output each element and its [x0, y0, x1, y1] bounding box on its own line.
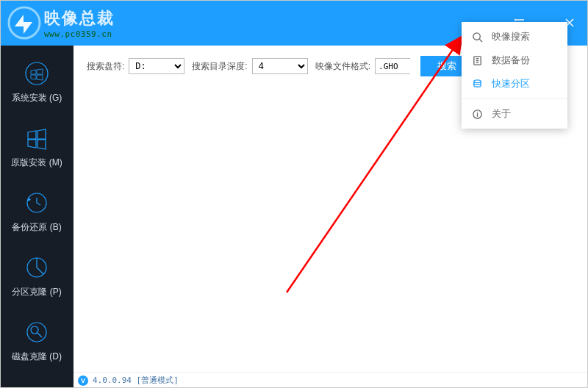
dropdown-menu: 映像搜索 数据备份 快速分区 关于 — [462, 22, 567, 129]
info-icon — [472, 109, 483, 120]
menu-item-label: 关于 — [492, 107, 511, 121]
restore-clock-icon — [24, 190, 49, 215]
sidebar-item-label: 磁盘克隆 (D) — [12, 351, 62, 363]
sidebar-item-original-install[interactable]: 原版安装 (M) — [0, 115, 74, 179]
format-label: 映像文件格式: — [315, 60, 370, 73]
menu-item-image-search[interactable]: 映像搜索 — [462, 25, 567, 48]
menu-item-about[interactable]: 关于 — [462, 102, 567, 126]
app-title: 映像总裁 — [44, 7, 115, 29]
search-icon — [472, 32, 483, 43]
sidebar-item-label: 系统安装 (G) — [12, 92, 62, 104]
format-group: 映像文件格式: — [315, 58, 410, 74]
partition-icon — [472, 79, 483, 90]
windows-tiles-icon — [24, 126, 49, 151]
format-input[interactable] — [375, 58, 410, 74]
drive-select[interactable]: D: — [129, 58, 184, 74]
sidebar: 系统安装 (G) 原版安装 (M) 备份还原 (B) 分区克隆 (P) 磁盘克隆… — [0, 46, 74, 388]
depth-select[interactable]: 4 — [252, 58, 308, 74]
sidebar-item-label: 分区克隆 (P) — [12, 286, 61, 298]
brand-area: 映像总裁 www.pc0359.cn — [0, 6, 115, 40]
app-logo-icon — [7, 6, 41, 40]
svg-point-1 — [514, 20, 515, 21]
depth-label: 搜索目录深度: — [192, 60, 247, 73]
sidebar-item-disk-clone[interactable]: 磁盘克隆 (D) — [0, 309, 74, 373]
results-area — [74, 87, 588, 372]
drive-label: 搜索盘符: — [87, 60, 124, 73]
version-badge-icon: V — [78, 376, 88, 386]
disk-search-icon — [24, 320, 49, 345]
backup-icon — [472, 55, 483, 66]
status-bar: V 4.0.0.94 [普通模式] — [74, 372, 588, 388]
menu-item-label: 数据备份 — [492, 54, 530, 67]
version-text: 4.0.0.94 [普通模式] — [93, 375, 179, 386]
sidebar-item-label: 原版安装 (M) — [11, 157, 62, 169]
svg-point-12 — [27, 323, 46, 342]
depth-group: 搜索目录深度: 4 — [192, 58, 307, 74]
sidebar-item-partition-clone[interactable]: 分区克隆 (P) — [0, 244, 74, 309]
menu-item-data-backup[interactable]: 数据备份 — [462, 48, 567, 72]
sidebar-item-backup-restore[interactable]: 备份还原 (B) — [0, 179, 74, 244]
sidebar-item-system-install[interactable]: 系统安装 (G) — [0, 50, 74, 115]
watermark-url: www.pc0359.cn — [44, 29, 115, 39]
menu-item-label: 映像搜索 — [492, 30, 530, 43]
menu-item-label: 快速分区 — [492, 77, 530, 90]
sidebar-item-label: 备份还原 (B) — [12, 221, 61, 234]
drive-group: 搜索盘符: D: — [87, 58, 184, 74]
menu-separator — [462, 98, 567, 99]
windows-orb-icon — [24, 61, 49, 86]
brand-text: 映像总裁 www.pc0359.cn — [44, 7, 115, 39]
svg-point-6 — [474, 79, 481, 82]
svg-point-13 — [31, 326, 38, 334]
menu-item-quick-partition[interactable]: 快速分区 — [462, 72, 567, 96]
svg-point-4 — [473, 32, 480, 39]
pie-chart-icon — [24, 255, 49, 280]
